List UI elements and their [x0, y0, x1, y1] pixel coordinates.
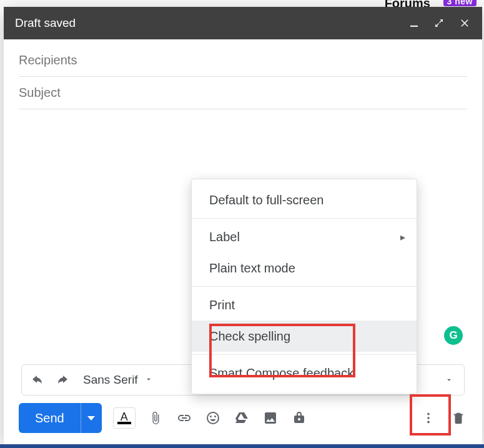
- text-color-a-glyph: A: [121, 412, 128, 422]
- send-button[interactable]: Send: [19, 403, 81, 433]
- menu-separator: [192, 286, 417, 287]
- minimize-icon[interactable]: [408, 17, 420, 29]
- insert-photo-button[interactable]: [262, 409, 279, 427]
- recipients-placeholder: Recipients: [19, 53, 77, 67]
- subject-field[interactable]: Subject: [19, 77, 467, 109]
- menu-item-plain-text[interactable]: Plain text mode: [192, 252, 417, 284]
- undo-button[interactable]: [27, 370, 47, 390]
- background-bottom-strip: [0, 444, 484, 448]
- more-formatting-button[interactable]: [439, 370, 459, 390]
- more-options-menu: Default to full-screen Label ▸ Plain tex…: [191, 179, 417, 394]
- menu-separator: [192, 354, 417, 355]
- menu-separator: [192, 218, 417, 219]
- window-controls: [408, 17, 471, 29]
- chevron-down-icon: [87, 416, 95, 421]
- menu-item-smart-compose-feedback[interactable]: Smart Compose feedback: [192, 357, 417, 389]
- compose-bottom-toolbar: Send A: [4, 403, 482, 444]
- font-family-label: Sans Serif: [83, 373, 138, 387]
- chevron-down-icon: [144, 373, 153, 387]
- svg-point-1: [427, 413, 430, 416]
- attach-file-button[interactable]: [147, 409, 164, 427]
- insert-emoji-button[interactable]: [204, 409, 222, 427]
- svg-rect-0: [410, 26, 418, 27]
- forums-new-badge: 3 new: [443, 0, 477, 6]
- more-options-button[interactable]: [418, 409, 438, 427]
- menu-item-print[interactable]: Print: [192, 289, 417, 321]
- text-color-button[interactable]: A: [113, 407, 136, 429]
- insert-drive-button[interactable]: [233, 409, 250, 427]
- grammarly-badge[interactable]: G: [444, 326, 463, 345]
- discard-draft-button[interactable]: [450, 409, 467, 427]
- send-button-group: Send: [19, 403, 102, 433]
- fullscreen-icon[interactable]: [433, 17, 445, 29]
- svg-point-3: [427, 421, 430, 424]
- menu-item-label[interactable]: Label ▸: [192, 221, 417, 252]
- compose-fields: Recipients Subject: [4, 39, 482, 109]
- text-color-underline: [117, 422, 131, 424]
- subject-placeholder: Subject: [19, 86, 61, 99]
- svg-point-2: [427, 417, 430, 419]
- send-options-button[interactable]: [81, 403, 102, 433]
- insert-link-button[interactable]: [175, 409, 193, 427]
- redo-button[interactable]: [53, 370, 73, 390]
- close-icon[interactable]: [458, 17, 471, 29]
- menu-item-check-spelling[interactable]: Check spelling: [192, 321, 417, 352]
- compose-title: Draft saved: [15, 16, 76, 30]
- confidential-mode-button[interactable]: [290, 409, 308, 427]
- chevron-right-icon: ▸: [400, 231, 405, 243]
- menu-item-default-fullscreen[interactable]: Default to full-screen: [192, 184, 417, 216]
- font-family-select[interactable]: Sans Serif: [79, 373, 153, 387]
- app-frame: Forums 3 new Draft saved Recipients Subj…: [0, 0, 484, 448]
- recipients-field[interactable]: Recipients: [19, 44, 467, 77]
- compose-titlebar: Draft saved: [4, 7, 482, 39]
